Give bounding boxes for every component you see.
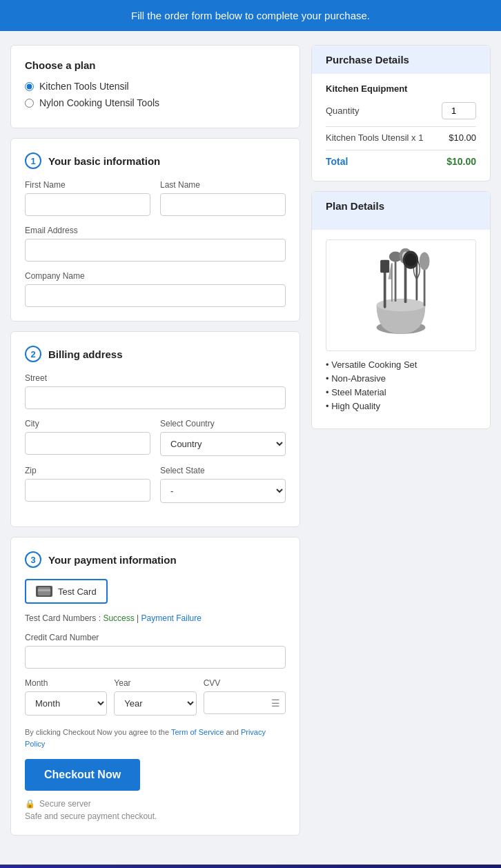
terms-text: By clicking Checkout Now you agree to th… (25, 727, 286, 749)
plan-features: Versatile Cooking Set Non-Abrasive Steel… (326, 359, 476, 411)
svg-rect-12 (391, 263, 393, 302)
cc-label: Credit Card Number (25, 633, 286, 642)
plan-selection-card: Choose a plan Kitchen Tools Utensil Nylo… (10, 45, 300, 128)
cc-input[interactable] (25, 646, 286, 669)
total-value: $10.00 (446, 156, 476, 167)
email-label: Email Address (25, 226, 286, 235)
year-group: Year Year 202420252026 202720282029 (114, 678, 196, 716)
email-group: Email Address (25, 226, 286, 262)
terms-link[interactable]: Term of Service (171, 728, 224, 736)
safe-text: Safe and secure payment checkout. (25, 811, 286, 821)
svg-point-14 (420, 252, 430, 270)
plan-option-kitchen[interactable]: Kitchen Tools Utensil (25, 81, 286, 92)
test-card-label: Test Card (58, 586, 97, 597)
zip-label: Zip (25, 466, 150, 475)
svg-point-16 (405, 253, 417, 266)
cvv-icon: ☰ (271, 698, 280, 709)
month-group: Month Month 010203 040506 070809 101112 (25, 678, 107, 716)
item-label: Kitchen Tools Utensil x 1 (326, 132, 423, 143)
street-label: Street (25, 373, 286, 383)
last-name-group: Last Name (160, 180, 286, 216)
feature-1: Versatile Cooking Set (326, 359, 476, 370)
zip-group: Zip (25, 466, 150, 503)
item-row: Kitchen Tools Utensil x 1 $10.00 (326, 132, 476, 143)
test-card-button[interactable]: Test Card (25, 579, 108, 604)
lock-icon: 🔒 (25, 799, 35, 809)
billing-card: 2 Billing address Street City Select Cou… (10, 331, 300, 527)
last-name-input[interactable] (160, 193, 286, 216)
state-label: Select State (160, 466, 286, 475)
cvv-group: CVV ☰ (204, 678, 286, 716)
city-group: City (25, 419, 150, 456)
plan-radio-nylon[interactable] (25, 99, 34, 108)
test-card-info: Test Card Numbers : Success | Payment Fa… (25, 613, 286, 623)
failure-link[interactable]: Payment Failure (141, 613, 202, 623)
quantity-row: Quantity (326, 102, 476, 119)
top-banner: Fill the order form below to complete yo… (0, 0, 501, 31)
purchase-details-card: Purchase Details Kitchen Equipment Quant… (311, 45, 491, 181)
cvv-label: CVV (204, 678, 286, 688)
checkout-button[interactable]: Checkout Now (25, 759, 140, 791)
product-name: Kitchen Equipment (326, 83, 476, 94)
plan-option-nylon[interactable]: Nylon Cooking Utensil Tools (25, 97, 286, 108)
first-name-input[interactable] (25, 193, 150, 216)
purchase-title: Purchase Details (326, 54, 476, 66)
company-input[interactable] (25, 284, 286, 307)
country-select[interactable]: Country United States United Kingdom Can… (160, 432, 286, 456)
payment-title: Your payment information (48, 554, 177, 566)
street-input[interactable] (25, 386, 286, 409)
svg-rect-5 (380, 260, 389, 273)
feature-3: Steel Material (326, 387, 476, 397)
svg-rect-6 (395, 257, 397, 302)
last-name-label: Last Name (160, 180, 286, 190)
feature-2: Non-Abrasive (326, 373, 476, 384)
secure-info: 🔒 Secure server (25, 799, 286, 809)
country-group: Select Country Country United States Uni… (160, 419, 286, 456)
country-label: Select Country (160, 419, 286, 428)
quantity-input[interactable] (442, 102, 476, 119)
company-label: Company Name (25, 271, 286, 281)
year-select[interactable]: Year 202420252026 202720282029 (114, 691, 196, 716)
step-3-badge: 3 (25, 551, 41, 568)
cc-group: Credit Card Number (25, 633, 286, 669)
item-price: $10.00 (449, 132, 476, 143)
city-input[interactable] (25, 432, 150, 455)
plan-image (326, 239, 476, 351)
basic-info-title: Your basic information (48, 155, 160, 167)
step-2-badge: 2 (25, 346, 41, 362)
payment-card: 3 Your payment information Test Card Tes… (10, 537, 300, 836)
success-link[interactable]: Success (103, 613, 134, 623)
step-1-badge: 1 (25, 152, 41, 169)
plan-details-card: Plan Details (311, 191, 491, 429)
total-label: Total (326, 156, 348, 167)
street-group: Street (25, 373, 286, 409)
first-name-group: First Name (25, 180, 150, 216)
plan-section-title: Choose a plan (25, 59, 286, 71)
total-row: Total $10.00 (326, 156, 476, 167)
company-group: Company Name (25, 271, 286, 307)
email-input[interactable] (25, 239, 286, 262)
state-select[interactable]: - Alabama California New York (160, 479, 286, 503)
state-group: Select State - Alabama California New Yo… (160, 466, 286, 503)
month-select[interactable]: Month 010203 040506 070809 101112 (25, 691, 107, 716)
billing-title: Billing address (48, 348, 123, 360)
card-icon (36, 586, 52, 597)
year-label: Year (114, 678, 196, 688)
city-label: City (25, 419, 150, 428)
basic-info-card: 1 Your basic information First Name Last… (10, 138, 300, 322)
zip-input[interactable] (25, 479, 150, 502)
svg-rect-1 (38, 589, 50, 591)
feature-4: High Quality (326, 401, 476, 411)
quantity-label: Quantity (326, 106, 359, 116)
plan-radio-kitchen[interactable] (25, 82, 34, 91)
first-name-label: First Name (25, 180, 150, 190)
month-label: Month (25, 678, 107, 688)
plan-details-title: Plan Details (326, 200, 476, 212)
